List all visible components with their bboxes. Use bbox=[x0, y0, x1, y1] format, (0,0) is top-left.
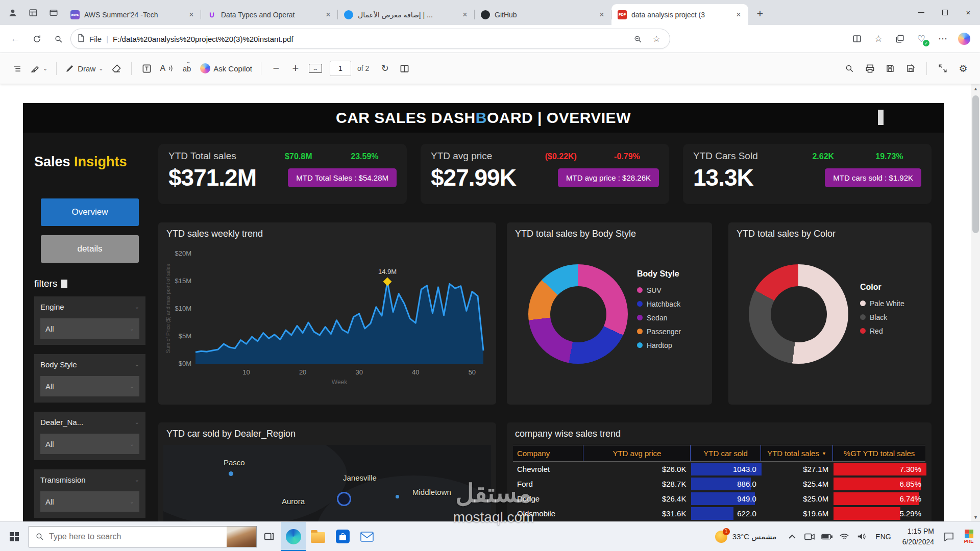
copilot-icon[interactable] bbox=[954, 30, 974, 48]
kpi-label: YTD Cars Sold bbox=[693, 151, 789, 162]
draw-button[interactable]: Draw⌄ bbox=[63, 59, 106, 78]
print-icon[interactable] bbox=[861, 59, 878, 78]
tab-actions-icon[interactable] bbox=[46, 5, 61, 20]
profile-icon[interactable] bbox=[5, 5, 20, 20]
back-icon[interactable]: ← bbox=[6, 30, 24, 48]
taskbar-search[interactable] bbox=[29, 526, 257, 547]
legend-label: Pale White bbox=[870, 299, 904, 308]
browser-essentials-icon[interactable]: ♡✓ bbox=[912, 30, 931, 48]
read-aloud-icon[interactable]: A bbox=[157, 59, 176, 78]
task-view-button[interactable] bbox=[257, 522, 281, 551]
browser-tab-1[interactable]: awsAWS Summer'24 -Tech× bbox=[64, 4, 201, 25]
tab-close-icon[interactable]: × bbox=[459, 9, 471, 20]
fullscreen-icon[interactable] bbox=[934, 59, 951, 78]
tab-close-icon[interactable]: × bbox=[186, 9, 197, 20]
cell-gt-pct: 6.85% bbox=[832, 477, 925, 491]
scrollbar-thumb[interactable] bbox=[972, 95, 979, 233]
table-header-3: YTD car sold bbox=[690, 445, 760, 461]
page-number-input[interactable] bbox=[330, 61, 351, 76]
save-as-icon[interactable] bbox=[902, 59, 919, 78]
url-field[interactable]: File | F:/data%20analysis%20project%20(3… bbox=[70, 29, 670, 49]
toc-icon[interactable] bbox=[8, 59, 26, 78]
ask-copilot-button[interactable]: Ask Copilot bbox=[198, 59, 255, 78]
chevron-down-icon: ⌄ bbox=[130, 441, 134, 447]
pdf-viewport: CAR SALES DASHBOARD | OVERVIEW Sales Ins… bbox=[0, 84, 980, 521]
search-highlight-image[interactable] bbox=[227, 527, 256, 547]
tray-app-icon[interactable]: PRE bbox=[958, 522, 980, 551]
kpi-delta-pct: 23.59% bbox=[333, 152, 397, 161]
company-sales-table: CompanyYTD avg priceYTD car soldYTD tota… bbox=[513, 445, 925, 521]
panel-title: YTD total sales by Color bbox=[728, 222, 932, 239]
hidden-icons-chevron[interactable] bbox=[783, 522, 801, 551]
url-text: F:/data%20analysis%20project%20(3)%20ins… bbox=[113, 35, 626, 43]
favorite-star-icon[interactable]: ☆ bbox=[649, 32, 664, 46]
kpi-row: YTD Total sales$70.8M23.59%$371.2MMTD To… bbox=[158, 144, 932, 204]
page-view-icon[interactable] bbox=[396, 59, 413, 78]
battery-icon[interactable] bbox=[818, 522, 836, 551]
workspaces-icon[interactable] bbox=[26, 5, 41, 20]
minimize-button[interactable] bbox=[910, 0, 933, 25]
kpi-mtd-badge: MTD Total Sales : $54.28M bbox=[288, 168, 397, 187]
scroll-up-icon[interactable]: ▲ bbox=[971, 84, 980, 93]
start-button[interactable] bbox=[0, 522, 29, 551]
maximize-button[interactable] bbox=[933, 0, 957, 25]
filter-group-body-style: Body Style⌄All⌄ bbox=[34, 354, 145, 403]
split-screen-icon[interactable] bbox=[847, 30, 867, 48]
taskbar-file-explorer-icon[interactable] bbox=[306, 522, 330, 551]
news-weather-icon[interactable]: 1 bbox=[715, 531, 727, 543]
panel-title: YTD sales weekly trend bbox=[158, 222, 496, 239]
zoom-out-icon[interactable] bbox=[630, 32, 645, 46]
language-indicator[interactable]: ENG bbox=[870, 533, 896, 541]
tab-close-icon[interactable]: × bbox=[323, 9, 334, 20]
fit-width-icon[interactable]: ↔ bbox=[306, 59, 325, 78]
kpi-card-3: YTD Cars Sold2.62K19.73%13.3KMTD cars so… bbox=[683, 144, 932, 204]
meet-now-icon[interactable] bbox=[801, 522, 818, 551]
pill-divider: | bbox=[106, 35, 108, 43]
text-tools-icon[interactable]: ab bbox=[178, 59, 195, 78]
legend-items: Pale WhiteBlackRed bbox=[860, 296, 904, 338]
cell-total-sales: $19.6M bbox=[761, 506, 832, 521]
map-marker bbox=[396, 495, 399, 498]
search-document-icon[interactable] bbox=[841, 59, 858, 78]
more-menu-icon[interactable]: ⋯ bbox=[933, 30, 952, 48]
taskbar-mail-icon[interactable] bbox=[355, 522, 379, 551]
taskbar-edge-icon[interactable] bbox=[281, 522, 306, 551]
search-input[interactable] bbox=[49, 532, 222, 541]
volume-icon[interactable] bbox=[853, 522, 870, 551]
tab-close-icon[interactable]: × bbox=[596, 9, 607, 20]
filters-icon bbox=[61, 280, 67, 288]
taskbar-clock[interactable]: 1:15 PM 6/20/2024 bbox=[896, 526, 940, 547]
weather-desc[interactable]: مشمس bbox=[751, 532, 776, 541]
taskbar-store-icon[interactable] bbox=[330, 522, 355, 551]
network-icon[interactable] bbox=[836, 522, 853, 551]
browser-tab-5[interactable]: PDFdata analysis project (3× bbox=[611, 4, 748, 25]
search-icon[interactable] bbox=[49, 30, 67, 48]
zoom-out-button[interactable]: − bbox=[267, 59, 285, 78]
close-button[interactable]: × bbox=[957, 0, 980, 25]
page-scrollbar[interactable]: ▲ ▼ bbox=[971, 84, 980, 521]
refresh-icon[interactable] bbox=[28, 30, 46, 48]
action-center-icon[interactable] bbox=[940, 522, 958, 551]
zoom-in-button[interactable]: + bbox=[287, 59, 304, 78]
highlighter-icon[interactable]: ⌄ bbox=[28, 59, 50, 78]
filter-value: All bbox=[45, 382, 54, 391]
browser-tab-2[interactable]: ∪Data Types and Operat× bbox=[201, 4, 338, 25]
weather-temp[interactable]: 33°C bbox=[732, 532, 750, 541]
new-tab-button[interactable]: + bbox=[752, 6, 768, 21]
rotate-icon[interactable]: ↻ bbox=[376, 59, 394, 78]
tab-title: AWS Summer'24 -Tech bbox=[84, 11, 181, 19]
scroll-down-icon[interactable]: ▼ bbox=[971, 513, 980, 521]
add-text-icon[interactable] bbox=[138, 59, 155, 78]
settings-icon[interactable]: ⚙ bbox=[954, 59, 972, 78]
collections-icon[interactable] bbox=[890, 30, 910, 48]
browser-tab-4[interactable]: GitHub× bbox=[475, 4, 611, 25]
legend-item: Pale White bbox=[860, 296, 904, 310]
browser-tab-3[interactable]: إضافة معرض الأعمال | ...× bbox=[338, 4, 475, 25]
favorites-bar-icon[interactable]: ☆ bbox=[869, 30, 888, 48]
cell-car-sold: 1043.0 bbox=[690, 462, 760, 477]
eraser-icon[interactable] bbox=[108, 59, 125, 78]
filter-dropdown: All⌄ bbox=[40, 376, 139, 396]
pdf-toolbar: ⌄ Draw⌄ A ab Ask Copilot − + ↔ of 2 ↻ ⚙ bbox=[0, 53, 980, 84]
save-icon[interactable] bbox=[881, 59, 899, 78]
tab-close-icon[interactable]: × bbox=[733, 9, 744, 20]
